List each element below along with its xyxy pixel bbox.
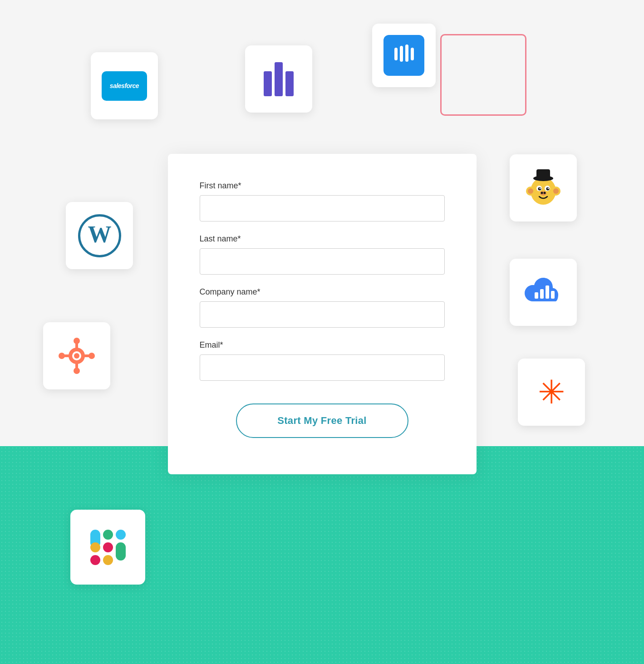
email-group: Email* xyxy=(200,340,445,381)
svg-point-31 xyxy=(74,338,80,344)
last-name-label: Last name* xyxy=(200,234,445,244)
svg-rect-42 xyxy=(103,555,113,565)
hubspot-icon xyxy=(56,335,97,376)
svg-rect-19 xyxy=(536,169,550,179)
svg-point-34 xyxy=(88,353,95,359)
svg-rect-41 xyxy=(90,555,100,565)
email-label: Email* xyxy=(200,340,445,350)
salesforce-icon: salesforce xyxy=(102,71,147,101)
svg-rect-40 xyxy=(103,542,113,552)
mailchimp-icon xyxy=(523,167,564,208)
svg-point-33 xyxy=(59,353,65,359)
first-name-group: First name* xyxy=(200,181,445,221)
svg-rect-1 xyxy=(400,46,403,62)
svg-text:W: W xyxy=(88,221,111,247)
svg-rect-22 xyxy=(535,292,538,299)
email-input[interactable] xyxy=(200,354,445,381)
svg-rect-0 xyxy=(394,48,398,60)
svg-rect-2 xyxy=(405,44,408,62)
last-name-input[interactable] xyxy=(200,248,445,275)
svg-point-17 xyxy=(544,192,546,194)
page-wrapper: salesforce xyxy=(0,0,644,664)
zapier-logo-card: ✳ xyxy=(518,359,585,426)
svg-point-14 xyxy=(548,188,549,189)
svg-point-7 xyxy=(528,188,533,194)
svg-point-36 xyxy=(74,353,79,359)
zapier-icon: ✳ xyxy=(538,376,565,408)
salesforce-logo-card: salesforce xyxy=(91,52,158,119)
first-name-label: First name* xyxy=(200,181,445,191)
company-name-label: Company name* xyxy=(200,287,445,297)
slack-logo-card xyxy=(70,510,145,585)
svg-rect-25 xyxy=(551,291,555,299)
first-name-input[interactable] xyxy=(200,195,445,221)
signup-form-card: First name* Last name* Company name* Ema… xyxy=(168,154,477,474)
svg-point-32 xyxy=(74,368,80,374)
pink-outline-box xyxy=(440,34,526,116)
svg-point-13 xyxy=(540,188,541,189)
baremetrics-logo-card xyxy=(510,259,577,326)
svg-rect-23 xyxy=(540,289,544,299)
wordpress-icon: W xyxy=(78,214,121,257)
wordpress-logo-card: W xyxy=(66,202,133,269)
baremetrics-icon xyxy=(523,272,564,313)
svg-rect-38 xyxy=(103,530,113,540)
svg-rect-39 xyxy=(90,542,100,552)
hubspot-logo-card xyxy=(43,322,110,389)
svg-rect-44 xyxy=(116,542,126,561)
stripe-icon xyxy=(264,62,294,96)
intercom-logo-card xyxy=(372,24,436,87)
start-trial-button[interactable]: Start My Free Trial xyxy=(236,403,408,438)
last-name-group: Last name* xyxy=(200,234,445,275)
slack-icon xyxy=(84,523,132,571)
svg-point-8 xyxy=(553,188,559,194)
stripe-logo-card xyxy=(245,45,312,113)
svg-rect-24 xyxy=(546,285,549,299)
intercom-icon xyxy=(383,35,424,76)
company-name-group: Company name* xyxy=(200,287,445,328)
svg-rect-43 xyxy=(116,530,126,540)
mailchimp-logo-card xyxy=(510,154,577,221)
svg-rect-3 xyxy=(411,48,414,60)
svg-point-16 xyxy=(541,192,543,194)
company-name-input[interactable] xyxy=(200,301,445,328)
